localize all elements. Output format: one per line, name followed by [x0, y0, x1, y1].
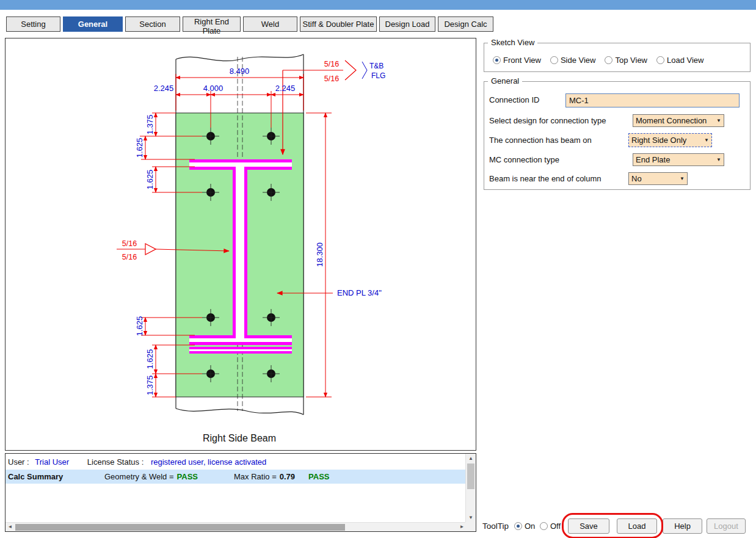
weld-flange-bottom-size: 5/16: [324, 75, 339, 83]
radio-side-view[interactable]: Side View: [550, 56, 596, 65]
connection-sketch-svg: 8.490 2.245 4.000 2.245 1.375 1.625 1.62…: [5, 38, 476, 450]
load-button[interactable]: Load: [617, 518, 657, 534]
tab-bar: Setting General Section Right End Plate …: [6, 16, 493, 32]
near-end-label: Beam is near the end of column: [489, 174, 602, 183]
help-button[interactable]: Help: [663, 518, 702, 534]
dropdown-arrow-icon: ▼: [716, 157, 721, 162]
design-type-value: Moment Connection: [636, 116, 707, 125]
near-end-value: No: [631, 174, 642, 183]
horizontal-scroll-thumb[interactable]: [15, 524, 345, 531]
sketch-view-group: Sketch View Front View Side View Top Vie…: [484, 43, 751, 72]
scroll-down-icon[interactable]: ▼: [466, 513, 476, 522]
dim-top-row1: 1.625: [135, 138, 144, 158]
weld-web-bottom-size: 5/16: [122, 253, 137, 261]
dim-left: 2.245: [154, 84, 174, 93]
tooltip-off-radio[interactable]: [540, 522, 548, 530]
tab-design-load[interactable]: Design Load: [379, 16, 435, 32]
dim-bottom-edge: 1.375: [145, 376, 154, 396]
footer-bar: ToolTip On Off Save Load Help Logout: [481, 517, 756, 538]
radio-side-view-label: Side View: [561, 56, 596, 65]
calc-summary-label: Calc Summary: [8, 472, 104, 481]
max-ratio-label: Max Ratio =: [234, 472, 277, 481]
user-license-line: User : Trial User License Status : regis…: [5, 454, 465, 470]
dim-bottom-row1: 1.625: [135, 316, 144, 336]
geometry-weld-pass: PASS: [177, 472, 198, 481]
dim-middle: 4.000: [203, 84, 224, 93]
radio-top-view[interactable]: Top View: [605, 56, 647, 65]
horizontal-scrollbar[interactable]: ◄ ►: [5, 522, 467, 531]
beam-side-select[interactable]: Right Side Only ▼: [628, 133, 712, 147]
general-group: General Connection ID Select design for …: [484, 81, 751, 190]
dim-top-row2: 1.625: [145, 170, 154, 190]
end-plate-label: END PL 3/4": [337, 288, 382, 297]
save-button[interactable]: Save: [568, 518, 609, 534]
window-titlebar: [0, 0, 756, 10]
weld-notes: T&B FLG: [369, 62, 385, 80]
tooltip-on-label: On: [525, 522, 535, 531]
tab-design-calc[interactable]: Design Calc: [438, 16, 493, 32]
tooltip-on-radio[interactable]: [514, 522, 522, 530]
mc-type-select[interactable]: End Plate ▼: [633, 153, 724, 166]
user-value: Trial User: [35, 457, 69, 467]
weld-note-flg: FLG: [371, 71, 385, 80]
weld-note-tb: T&B: [369, 62, 383, 70]
mc-type-value: End Plate: [636, 155, 670, 164]
radio-front-view[interactable]: Front View: [493, 56, 541, 65]
dim-right: 2.245: [275, 84, 296, 93]
scroll-left-icon[interactable]: ◄: [5, 523, 15, 531]
tab-general[interactable]: General: [63, 16, 123, 32]
radio-front-view-icon[interactable]: [493, 56, 501, 64]
sketch-view-group-title: Sketch View: [488, 38, 537, 47]
design-type-label: Select design for connection type: [489, 116, 606, 125]
tab-weld[interactable]: Weld: [243, 16, 297, 32]
geometry-weld-result: Geometry & Weld =PASS: [104, 472, 234, 481]
status-content: User : Trial User License Status : regis…: [5, 454, 465, 522]
max-ratio-result: Max Ratio =0.79PASS: [234, 472, 329, 481]
scroll-up-icon[interactable]: ▲: [466, 454, 476, 463]
dim-top-edge: 1.375: [145, 115, 154, 135]
tab-section[interactable]: Section: [125, 16, 180, 32]
dim-bottom-row2: 1.625: [145, 349, 154, 369]
tab-stiff-doubler-plate[interactable]: Stiff & Doubler Plate: [300, 16, 377, 32]
beam-side-label: The connection has beam on: [489, 136, 592, 145]
radio-side-view-icon[interactable]: [550, 56, 558, 64]
radio-top-view-icon[interactable]: [605, 56, 612, 64]
dropdown-arrow-icon: ▼: [680, 176, 685, 181]
tab-right-end-plate[interactable]: Right End Plate: [183, 16, 241, 32]
near-end-select[interactable]: No ▼: [628, 172, 688, 185]
radio-load-view-icon[interactable]: [656, 56, 664, 64]
tab-setting[interactable]: Setting: [6, 16, 60, 32]
vertical-scrollbar[interactable]: ▲ ▼: [465, 454, 476, 522]
tooltip-label: ToolTip: [482, 522, 509, 531]
sketch-caption: Right Side Beam: [203, 433, 276, 443]
radio-load-view-label: Load View: [667, 56, 703, 65]
dim-plate-height: 18.300: [315, 242, 324, 267]
calc-status-panel: User : Trial User License Status : regis…: [5, 453, 476, 532]
radio-front-view-label: Front View: [503, 56, 541, 65]
beam-side-value: Right Side Only: [631, 136, 686, 145]
connection-id-label: Connection ID: [489, 95, 539, 104]
max-ratio-value: 0.79: [280, 472, 295, 481]
weld-web-top-size: 5/16: [122, 239, 137, 248]
radio-top-view-label: Top View: [615, 56, 647, 65]
logout-button[interactable]: Logout: [707, 518, 746, 534]
calc-summary-row[interactable]: Calc Summary Geometry & Weld =PASS Max R…: [5, 470, 465, 484]
max-ratio-pass: PASS: [308, 472, 329, 481]
weld-flange-top-size: 5/16: [324, 60, 339, 68]
general-group-title: General: [488, 76, 522, 85]
dropdown-arrow-icon: ▼: [704, 137, 709, 143]
design-type-select[interactable]: Moment Connection ▼: [633, 114, 724, 127]
mc-type-label: MC connection type: [489, 155, 559, 164]
scrollbar-corner: [465, 522, 476, 531]
dim-total-width: 8.490: [230, 67, 250, 76]
user-label: User :: [8, 457, 29, 467]
license-value: registered user, license activated: [151, 457, 266, 467]
connection-id-input[interactable]: [565, 93, 740, 107]
vertical-scroll-thumb[interactable]: [467, 463, 474, 489]
radio-load-view[interactable]: Load View: [656, 56, 703, 65]
tooltip-off-label: Off: [550, 522, 561, 531]
dropdown-arrow-icon: ▼: [716, 118, 721, 123]
sketch-canvas: 8.490 2.245 4.000 2.245 1.375 1.625 1.62…: [5, 38, 476, 451]
weld-note-bracket: [362, 62, 367, 79]
geometry-weld-label: Geometry & Weld =: [104, 472, 174, 481]
